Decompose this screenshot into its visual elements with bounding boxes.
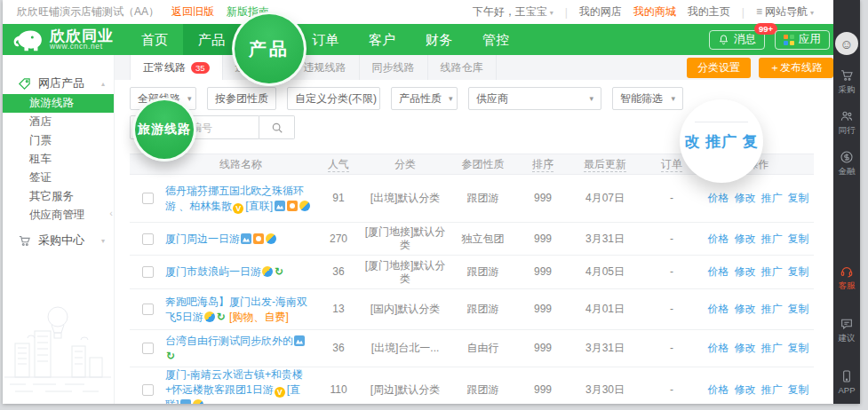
action-promote[interactable]: 推广 <box>761 342 783 354</box>
route-title-link[interactable]: 厦门市鼓浪屿一日游 <box>165 265 261 278</box>
action-edit[interactable]: 修改 <box>735 265 756 278</box>
table-row: 厦门-南靖云水谣古镇+和贵楼+怀远楼散客跟团1日游V[直联]110[周边]默认分… <box>130 367 814 404</box>
column-header-6[interactable]: 排序 <box>516 157 569 172</box>
tour-type-cell: 跟团游 <box>450 383 516 397</box>
sidebar-item-门票[interactable]: 门票 <box>3 131 114 150</box>
action-price[interactable]: 价格 <box>708 342 729 354</box>
tour-type-cell: 独立包团 <box>450 233 516 246</box>
row-checkbox[interactable] <box>142 343 154 354</box>
row-checkbox[interactable] <box>142 193 154 204</box>
sidebar-item-其它服务[interactable]: 其它服务 <box>3 187 114 206</box>
tab-label: 线路仓库 <box>441 60 483 75</box>
action-price[interactable]: 价格 <box>708 383 729 396</box>
action-edit[interactable]: 修改 <box>735 383 756 396</box>
sidebar-group-title-2[interactable]: 采购中心▾ <box>3 230 114 251</box>
action-edit[interactable]: 修改 <box>735 342 756 354</box>
action-promote[interactable]: 推广 <box>761 383 783 396</box>
sidebar-collapse-handle[interactable]: ‹ <box>109 208 113 218</box>
site-nav-dropdown[interactable]: ≡网站导航▾ <box>756 4 814 20</box>
my-shop-link[interactable]: 我的网店 <box>579 4 622 20</box>
image-icon <box>275 201 285 211</box>
action-copy[interactable]: 复制 <box>788 192 809 204</box>
orders-cell: - <box>641 233 703 246</box>
publish-route-button[interactable]: ＋发布线路 <box>759 58 833 78</box>
sidebar-item-签证[interactable]: 签证 <box>3 169 114 187</box>
main-panel: 正常线路35过期线路违规线路同步线路线路仓库 分类设置 ＋发布线路 全部线路▾按… <box>114 55 860 404</box>
my-homepage-link[interactable]: 我的主页 <box>688 4 730 20</box>
category-cell: [出境]台北一... <box>361 342 450 355</box>
magnified-border-line <box>695 122 748 122</box>
row-checkbox[interactable] <box>142 384 154 396</box>
dropdown-label: 自定义分类(不限) <box>295 91 377 106</box>
row-checkbox[interactable] <box>142 304 154 315</box>
filter-dropdown-6[interactable]: 智能筛选▾ <box>612 87 683 110</box>
action-copy[interactable]: 复制 <box>788 342 809 354</box>
rail-item-APP[interactable]: APP <box>838 369 855 395</box>
sidebar-item-租车[interactable]: 租车 <box>3 150 114 169</box>
messages-button[interactable]: 消息 99+ <box>709 30 765 50</box>
sidebar-item-酒店[interactable]: 酒店 <box>3 113 114 131</box>
greeting-dropdown[interactable]: 下午好，王宝宝▾ <box>473 4 553 20</box>
route-title-link[interactable]: 台湾自由行测试同步欣外的 <box>165 335 293 347</box>
nav-item-7[interactable]: 管控 <box>467 24 524 55</box>
action-copy[interactable]: 复制 <box>788 383 809 396</box>
action-copy[interactable]: 复制 <box>788 233 809 245</box>
nav-item-6[interactable]: 财务 <box>410 24 467 55</box>
action-promote[interactable]: 推广 <box>761 192 783 204</box>
search-button[interactable] <box>259 115 295 139</box>
filter-dropdown-4[interactable]: 产品性质▾ <box>391 87 458 110</box>
right-rail: ☺ 采购同行金融 客服建议APP <box>833 0 860 404</box>
category-settings-button[interactable]: 分类设置 <box>687 58 751 78</box>
route-title-link[interactable]: 厦门周边一日游 <box>165 233 240 245</box>
city-illustration <box>3 297 114 404</box>
action-promote[interactable]: 推广 <box>761 265 783 278</box>
sidebar-item-供应商管理[interactable]: 供应商管理 <box>3 206 114 225</box>
column-header-7[interactable]: 最后更新 <box>569 157 641 172</box>
updated-cell: 4月01日 <box>569 303 641 316</box>
action-price[interactable]: 价格 <box>708 233 729 245</box>
rail-item-同行[interactable]: 同行 <box>839 109 856 137</box>
filter-dropdown-2[interactable]: 按参团性质▾ <box>207 87 276 110</box>
route-callout-bubble: 旅游线路 <box>132 98 196 162</box>
row-checkbox[interactable] <box>142 233 154 245</box>
back-to-old-link[interactable]: 返回旧版 <box>171 4 214 20</box>
row-checkbox[interactable] <box>142 266 154 278</box>
rail-item-采购[interactable]: 采购 <box>839 68 856 96</box>
action-edit[interactable]: 修改 <box>735 192 756 204</box>
column-header-3[interactable]: 人气 <box>316 157 361 172</box>
tab-1[interactable]: 正常线路35 <box>130 55 223 80</box>
action-copy[interactable]: 复制 <box>788 265 809 278</box>
apps-button[interactable]: 应用 <box>775 30 830 50</box>
action-edit[interactable]: 修改 <box>735 233 756 245</box>
tab-5[interactable]: 线路仓库 <box>428 55 497 80</box>
nav-item-1[interactable]: 首页 <box>126 24 183 55</box>
action-promote[interactable]: 推广 <box>761 233 783 245</box>
action-copy[interactable]: 复制 <box>788 303 809 315</box>
brand-logo[interactable]: 欣欣同业 www.cncn.net <box>12 27 114 53</box>
filter-dropdown-3[interactable]: 自定义分类(不限)▾ <box>287 87 380 110</box>
rail-item-金融[interactable]: 金融 <box>839 150 856 177</box>
action-price[interactable]: 价格 <box>708 303 729 315</box>
action-price[interactable]: 价格 <box>708 192 729 204</box>
app-frame: 欣欣旺铺演示店铺测试（AA） 返回旧版 新版指南 下午好，王宝宝▾ | 我的网店… <box>3 0 860 404</box>
action-promote[interactable]: 推广 <box>761 303 783 315</box>
magnifier-bubble: 改 推广 复 <box>680 99 763 183</box>
sidebar-item-旅游线路[interactable]: 旅游线路 <box>3 94 114 113</box>
updated-cell: 3月31日 <box>569 342 641 355</box>
tab-4[interactable]: 同步线路 <box>360 55 428 80</box>
action-price[interactable]: 价格 <box>708 265 729 278</box>
nav-item-5[interactable]: 客户 <box>354 24 410 55</box>
avatar[interactable]: ☺ <box>835 32 858 55</box>
action-edit[interactable]: 修改 <box>735 303 756 315</box>
chevron-up-icon: ▴ <box>101 80 105 88</box>
finance-icon <box>840 150 854 164</box>
sidebar-group-title-1[interactable]: 网店产品▴ <box>3 73 114 94</box>
my-mall-link[interactable]: 我的商城 <box>633 4 676 20</box>
rail-item-客服[interactable]: 客服 <box>838 264 855 292</box>
orders-cell: - <box>641 342 703 355</box>
filter-dropdown-5[interactable]: 供应商▾ <box>468 87 601 110</box>
location-pin-icon <box>193 399 203 404</box>
sort-cell: 999 <box>516 303 569 316</box>
rail-item-建议[interactable]: 建议 <box>838 317 855 344</box>
dropdown-label: 智能筛选 <box>620 91 663 106</box>
